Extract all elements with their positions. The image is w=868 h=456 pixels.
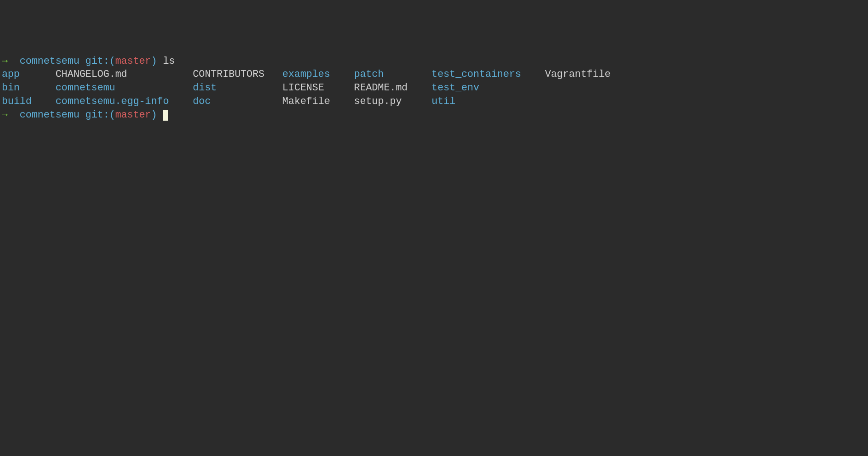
ls-entry-file: Vagrantfile [545, 69, 610, 80]
git-branch: master [115, 109, 151, 121]
ls-entry-dir: bin [2, 82, 43, 94]
ls-entry-file: LICENSE [283, 82, 342, 94]
command-text: ls [163, 56, 175, 67]
ls-entry-dir: dist [193, 82, 270, 94]
ls-entry-file: Makefile [283, 96, 342, 107]
ls-entry-dir: patch [354, 69, 420, 80]
ls-row: bin comnetsemu dist LICENSE README.md te… [2, 81, 866, 95]
git-paren-open: ( [109, 56, 115, 67]
ls-row: build comnetsemu.egg-info doc Makefile s… [2, 95, 866, 108]
git-label: git: [85, 109, 109, 121]
terminal-output[interactable]: → comnetsemu git:(master) lsapp CHANGELO… [2, 55, 866, 122]
prompt-line-1: → comnetsemu git:(master) ls [2, 55, 866, 68]
ls-entry-dir: test_containers [432, 69, 533, 80]
git-paren-open: ( [109, 109, 115, 121]
ls-entry-file: README.md [354, 82, 420, 94]
prompt-arrow-icon: → [2, 56, 8, 67]
ls-entry-dir: examples [283, 69, 342, 80]
ls-entry-dir: comnetsemu [56, 82, 181, 94]
git-label: git: [85, 56, 109, 67]
ls-entry-dir: comnetsemu.egg-info [56, 96, 181, 107]
ls-entry-dir: doc [193, 96, 270, 107]
prompt-path: comnetsemu [20, 56, 80, 67]
ls-entry-dir: build [2, 96, 43, 107]
ls-entry-dir: app [2, 69, 43, 80]
ls-row: app CHANGELOG.md CONTRIBUTORS examples p… [2, 68, 866, 81]
ls-entry-dir: test_env [432, 82, 533, 94]
ls-entry-dir: util [432, 96, 533, 107]
git-paren-close: ) [151, 109, 157, 121]
cursor-icon[interactable] [163, 110, 168, 121]
git-branch: master [115, 56, 151, 67]
ls-entry-file: CONTRIBUTORS [193, 69, 270, 80]
ls-entry-file: CHANGELOG.md [56, 69, 181, 80]
ls-entry-file: setup.py [354, 96, 420, 107]
prompt-line-2: → comnetsemu git:(master) [2, 108, 866, 122]
prompt-arrow-icon: → [2, 109, 8, 121]
prompt-path: comnetsemu [20, 109, 80, 121]
git-paren-close: ) [151, 56, 157, 67]
